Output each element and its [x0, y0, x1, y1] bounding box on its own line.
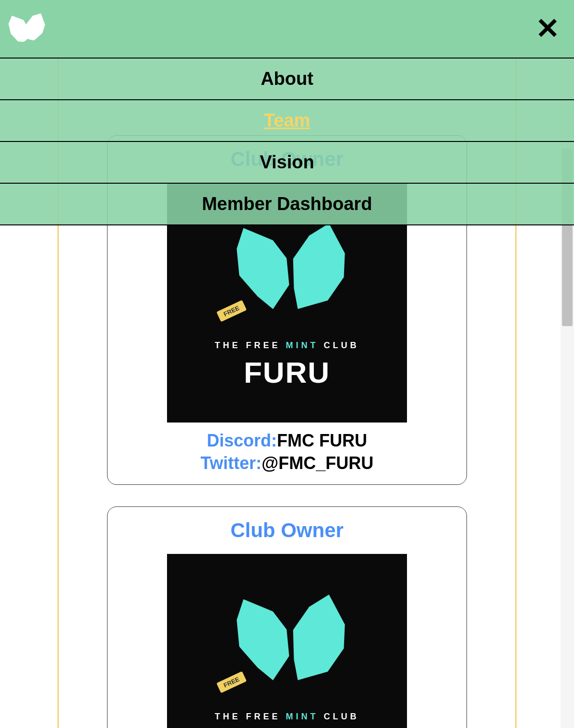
- club-text: THE FREE MINT CLUB: [215, 341, 359, 351]
- nav-item-team[interactable]: Team: [0, 100, 574, 142]
- nav-item-about[interactable]: About: [0, 59, 574, 100]
- nav-item-vision[interactable]: Vision: [0, 142, 574, 184]
- nav-item-member-dashboard[interactable]: Member Dashboard: [0, 184, 574, 225]
- twitter-value: @FMC_FURU: [262, 453, 373, 473]
- twitter-label: Twitter:: [201, 453, 262, 473]
- twitter-info: Twitter:@FMC_FURU: [117, 452, 457, 475]
- nav-overlay: ✕ About Team Vision Member Dashboard: [0, 0, 574, 225]
- mint-leaf-logo: FREE: [215, 216, 359, 331]
- close-icon[interactable]: ✕: [536, 14, 560, 43]
- member-name: FURU: [244, 355, 330, 389]
- member-role: Club Owner: [117, 519, 457, 542]
- member-card-xveganx: Club Owner FREE THE FREE MINT CLUB XVEGA…: [107, 506, 467, 728]
- member-avatar-xveganx: FREE THE FREE MINT CLUB XVEGANX: [167, 554, 407, 728]
- discord-info: Discord:FMC FURU: [117, 430, 457, 452]
- logo-icon[interactable]: [5, 10, 48, 48]
- club-text: THE FREE MINT CLUB: [215, 712, 359, 722]
- discord-value: FMC FURU: [277, 431, 367, 450]
- mint-leaf-logo: FREE: [215, 587, 359, 702]
- nav-header: ✕: [0, 0, 574, 59]
- member-name: XVEGANX: [211, 727, 363, 728]
- free-tag: FREE: [216, 300, 247, 322]
- free-tag: FREE: [216, 671, 247, 693]
- discord-label: Discord:: [207, 431, 277, 450]
- member-info: Discord:FMC FURU Twitter:@FMC_FURU: [117, 430, 457, 475]
